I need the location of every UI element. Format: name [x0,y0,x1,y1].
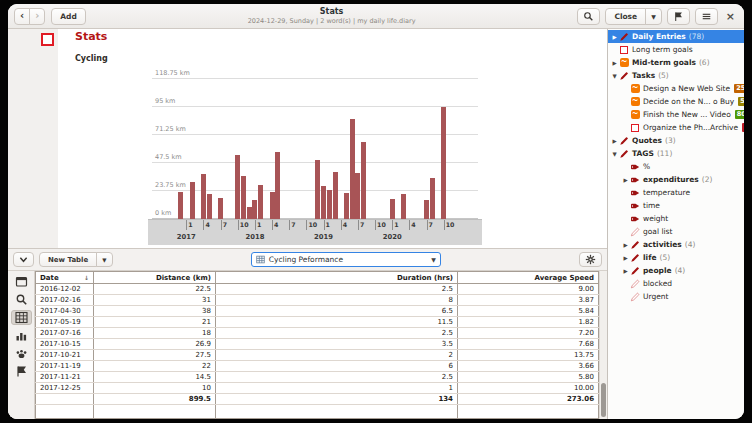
table-cell[interactable]: 10 [94,383,216,394]
table-cell[interactable]: 1 [216,383,458,394]
tree-item-decide-on-the-n-o-buy[interactable]: ~Decide on the N... o Buy50,0% [608,95,744,108]
tree-item-[interactable]: % [608,160,744,173]
expander-icon[interactable]: ▼ [610,73,619,79]
column-header[interactable]: Date↓ [36,272,94,284]
back-button[interactable]: ‹ [14,8,30,25]
chart-view-button[interactable] [11,328,32,343]
scrollbar-thumb[interactable] [601,383,606,417]
close-entry-button[interactable]: Close [605,8,646,25]
paw-view-button[interactable] [11,346,32,361]
table-cell[interactable]: 3.87 [458,295,599,306]
table-settings-button[interactable] [579,252,602,267]
table-cell[interactable]: 38 [94,306,216,317]
tree-item-life[interactable]: ▶life(5) [608,251,744,264]
table-view-button[interactable] [11,310,32,325]
flag-view-button[interactable] [11,364,32,379]
table-cell[interactable]: 2017-11-19 [36,361,94,372]
tree-item-activities[interactable]: ▶activities(4) [608,238,744,251]
table-cell[interactable]: 2017-02-16 [36,295,94,306]
table-cell[interactable]: 2.5 [216,328,458,339]
table-cell[interactable]: 2016-12-02 [36,284,94,295]
table-cell[interactable]: 2017-04-30 [36,306,94,317]
table-cell[interactable]: 31 [94,295,216,306]
table-cell[interactable]: 8 [216,295,458,306]
expander-icon[interactable]: ▶ [621,242,630,248]
table-cell[interactable]: 2 [216,350,458,361]
table-cell[interactable]: 3.5 [216,339,458,350]
expander-icon[interactable]: ▶ [621,268,630,274]
table-cell[interactable]: 9.00 [458,284,599,295]
forward-button[interactable]: › [29,8,45,25]
table-cell[interactable]: 7.20 [458,328,599,339]
table-selector-combo[interactable]: Cycling Peformance ▼ [251,252,441,267]
column-header[interactable]: Duration (hrs) [216,272,458,284]
table-cell[interactable]: 899.5 [94,394,216,405]
tree-item-time[interactable]: time [608,199,744,212]
expander-icon[interactable]: ▶ [610,138,619,144]
expander-icon[interactable]: ▶ [610,60,619,66]
tree-item-goal-list[interactable]: goal list [608,225,744,238]
table-cell[interactable]: 2017-07-16 [36,328,94,339]
search-button[interactable] [577,8,600,25]
bookmark-button[interactable] [667,8,690,25]
table-cell[interactable]: 134 [216,394,458,405]
table-cell[interactable]: 2017-11-21 [36,372,94,383]
column-header[interactable]: Distance (km) [94,272,216,284]
table-cell[interactable]: 2.5 [216,284,458,295]
table-cell[interactable]: 26.9 [94,339,216,350]
new-table-button[interactable]: New Table [39,252,97,267]
table-cell[interactable]: 2017-10-21 [36,350,94,361]
table-cell[interactable]: 11.5 [216,317,458,328]
tree-item-weight[interactable]: weight [608,212,744,225]
table-cell[interactable]: 7.68 [458,339,599,350]
table-cell[interactable]: 2017-10-15 [36,339,94,350]
tree-item-tags[interactable]: ▼TAGS(11) [608,147,744,160]
table-cell[interactable]: 10.00 [458,383,599,394]
tree-item-people[interactable]: ▶people(4) [608,264,744,277]
tree-item-long-term-goals[interactable]: Long term goals [608,43,744,56]
add-button[interactable]: Add [51,8,86,25]
new-table-dropdown-button[interactable]: ▼ [96,252,112,267]
collapse-panel-button[interactable] [13,252,34,267]
todo-checkbox[interactable] [41,33,54,46]
tree-item-daily-entries[interactable]: ▶Daily Entries(78) [608,30,744,43]
table-cell[interactable]: 21 [94,317,216,328]
tree-item-blocked[interactable]: blocked [608,277,744,290]
tree-item-organize-the-ph-archive[interactable]: Organize the Ph...Archive0,0% [608,121,744,134]
table-cell[interactable]: 6 [216,361,458,372]
table-scrollbar[interactable] [599,271,607,419]
expander-icon[interactable]: ▶ [621,177,630,183]
table-cell[interactable]: 18 [94,328,216,339]
table-cell[interactable]: 5.80 [458,372,599,383]
tree-item-design-a-new-web-site[interactable]: ~Design a New Web Site25,0% [608,82,744,95]
table-cell[interactable]: 273.06 [458,394,599,405]
table-cell[interactable]: 1.82 [458,317,599,328]
expander-icon[interactable]: ▶ [621,255,630,261]
tree-item-mid-term-goals[interactable]: ▶~Mid-term goals(6) [608,56,744,69]
menu-button[interactable] [695,8,718,25]
calendar-view-button[interactable] [11,274,32,289]
search-view-button[interactable] [11,292,32,307]
table-cell[interactable]: 22.5 [94,284,216,295]
tree-item-expenditures[interactable]: ▶expenditures(2) [608,173,744,186]
table-cell[interactable]: 3.66 [458,361,599,372]
table-cell[interactable]: 5.84 [458,306,599,317]
tree-item-tasks[interactable]: ▼Tasks(5) [608,69,744,82]
close-dropdown-button[interactable]: ▼ [645,8,662,25]
tree-item-finish-the-new-video[interactable]: ~Finish the New ... Video80,0% [608,108,744,121]
window-close-button[interactable]: × [723,10,738,23]
expander-icon[interactable]: ▶ [610,34,619,40]
table-cell[interactable]: 6.5 [216,306,458,317]
tree-item-quotes[interactable]: ▶Quotes(3) [608,134,744,147]
table-cell[interactable]: 22 [94,361,216,372]
table-cell[interactable]: 27.5 [94,350,216,361]
tree-item-urgent[interactable]: Urgent [608,290,744,303]
journal-editor[interactable]: Stats Cycling 0 km23.75 km47.5 km71.25 k… [8,29,607,248]
table-cell[interactable]: 14.5 [94,372,216,383]
table-cell[interactable]: 2.5 [216,372,458,383]
column-header[interactable]: Average Speed [458,272,599,284]
table-cell[interactable]: 2017-12-25 [36,383,94,394]
table-cell[interactable]: 13.75 [458,350,599,361]
expander-icon[interactable]: ▼ [610,151,619,157]
tree-item-temperature[interactable]: temperature [608,186,744,199]
